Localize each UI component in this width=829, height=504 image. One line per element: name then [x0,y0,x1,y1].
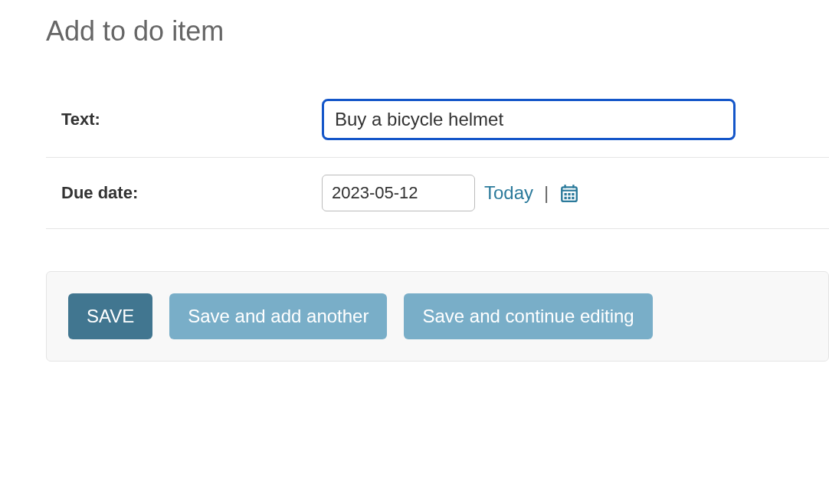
save-add-another-button[interactable]: Save and add another [169,293,387,339]
today-link[interactable]: Today [484,182,533,204]
svg-rect-6 [572,193,575,195]
text-input[interactable] [322,99,736,140]
separator: | [544,182,549,204]
svg-rect-8 [569,197,571,199]
due-date-row: Due date: Today | [46,158,829,229]
save-button[interactable]: SAVE [68,293,152,339]
submit-row: SAVE Save and add another Save and conti… [46,271,829,362]
text-row: Text: [46,82,829,158]
svg-rect-5 [569,193,571,195]
text-label: Text: [61,110,322,129]
due-date-control-area: Today | [322,175,579,211]
svg-rect-9 [572,197,575,199]
text-control-area [322,99,736,140]
save-continue-button[interactable]: Save and continue editing [404,293,652,339]
svg-rect-4 [565,193,567,195]
due-date-input[interactable] [322,175,475,211]
due-date-label: Due date: [61,183,322,203]
calendar-icon[interactable] [559,183,579,203]
svg-rect-7 [565,197,567,199]
page-title: Add to do item [46,15,829,47]
